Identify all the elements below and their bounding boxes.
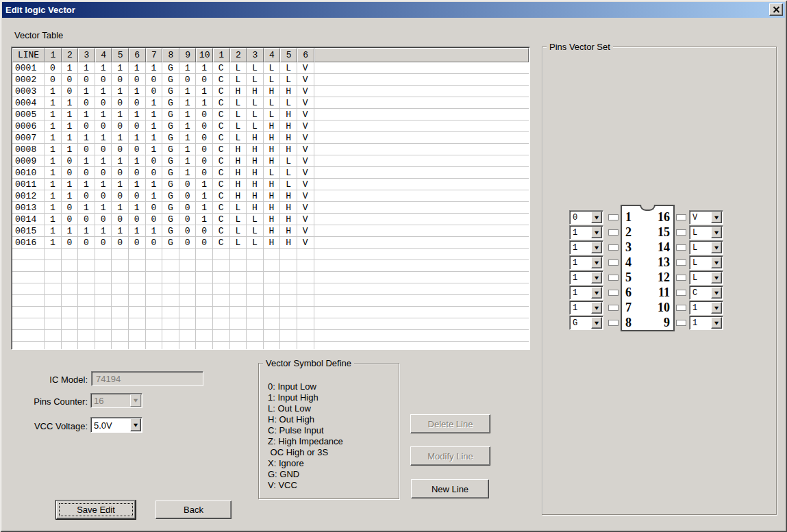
dropdown-arrow-button[interactable]: ▼ xyxy=(591,272,602,283)
dropdown-arrow-button[interactable]: ▼ xyxy=(591,212,602,223)
vector-cell xyxy=(95,342,112,350)
vector-cell: 1 xyxy=(95,179,112,190)
table-row[interactable]: 00141000000G01CLLHHV xyxy=(12,214,529,225)
vector-cell: 0 xyxy=(196,155,213,167)
row-filler xyxy=(314,318,529,330)
dropdown-arrow-button[interactable]: ▼ xyxy=(591,257,602,268)
vector-cell: H xyxy=(247,179,264,190)
pin-9-value-select[interactable]: 1▼ xyxy=(689,316,723,330)
vector-cell: L xyxy=(247,214,264,225)
close-button[interactable] xyxy=(769,3,783,16)
vector-cell: 1 xyxy=(196,190,213,202)
dropdown-arrow-button[interactable]: ▼ xyxy=(711,287,722,299)
table-row[interactable]: 00020000000G00CLLLLV xyxy=(12,74,529,86)
vector-cell xyxy=(213,295,230,307)
vector-cell: 1 xyxy=(95,62,112,74)
vector-cell: 1 xyxy=(129,202,146,214)
dropdown-arrow-button[interactable]: ▼ xyxy=(591,287,602,299)
line-number-cell xyxy=(12,307,45,318)
vector-cell xyxy=(179,272,197,283)
vector-cell: V xyxy=(297,202,314,214)
pin-2-value-select[interactable]: 1▼ xyxy=(569,225,603,240)
table-row[interactable]: 00121100001G01CHHHHV xyxy=(12,190,529,202)
table-row[interactable]: 00101000000G10CHHLLV xyxy=(12,167,529,179)
dropdown-arrow-button[interactable]: ▼ xyxy=(711,242,722,253)
vector-cell xyxy=(280,318,297,330)
table-row[interactable]: 00111111111G01CHHHLV xyxy=(12,179,529,190)
vector-cell: H xyxy=(264,155,281,167)
table-row[interactable]: 00081100001G10CHHHHV xyxy=(12,144,529,155)
table-row[interactable]: 00051111111G10CLLLHV xyxy=(12,109,529,121)
table-row[interactable]: 00010111111G11CLLLLV xyxy=(12,62,529,74)
vector-cell: 1 xyxy=(45,121,62,132)
pin-11-value-select[interactable]: C▼ xyxy=(689,286,723,300)
dropdown-arrow-button[interactable]: ▼ xyxy=(591,227,602,238)
vector-cell: 1 xyxy=(45,109,62,121)
pin-1-value-select[interactable]: 0▼ xyxy=(569,210,603,225)
vector-cell xyxy=(45,307,62,318)
pin-16-value-select[interactable]: V▼ xyxy=(689,210,723,225)
pin-10-value-select[interactable]: 1▼ xyxy=(689,301,723,315)
vector-cell: 1 xyxy=(179,109,197,121)
dropdown-arrow-button[interactable]: ▼ xyxy=(591,242,602,253)
line-number-cell xyxy=(12,260,45,272)
vector-table-label: Vector Table xyxy=(14,30,63,40)
vector-cell: 1 xyxy=(62,97,79,109)
pin-12-value-select[interactable]: L▼ xyxy=(689,270,723,285)
vector-cell: 0 xyxy=(129,214,146,225)
vector-cell xyxy=(230,249,247,260)
vector-cell: 1 xyxy=(45,190,62,202)
dropdown-arrow-button[interactable]: ▼ xyxy=(711,227,722,238)
pin-14-value-select[interactable]: L▼ xyxy=(689,240,723,255)
vector-cell xyxy=(196,283,213,295)
pin-number-11: 11 xyxy=(645,285,670,300)
table-row[interactable]: 00091011110G10CHHHLV xyxy=(12,155,529,167)
symbol-define-line: V: VCC xyxy=(268,480,343,491)
pin-8-value-select[interactable]: G▼ xyxy=(569,316,603,330)
new-line-button[interactable]: New Line xyxy=(411,479,489,498)
vector-cell xyxy=(280,272,297,283)
vector-cell: H xyxy=(264,202,281,214)
pin-4-value-select[interactable]: 1▼ xyxy=(569,255,603,270)
vector-cell: 0 xyxy=(129,144,146,155)
dropdown-arrow-button[interactable]: ▼ xyxy=(711,302,722,314)
table-row[interactable]: 00041100001G11CLLLLV xyxy=(12,97,529,109)
vector-cell: L xyxy=(247,62,264,74)
chevron-down-icon: ▼ xyxy=(595,290,599,295)
vector-cell: 1 xyxy=(112,225,129,237)
vector-cell xyxy=(62,318,79,330)
vector-cell: 1 xyxy=(112,179,129,190)
dropdown-arrow-button[interactable]: ▼ xyxy=(591,302,602,314)
vector-cell: 1 xyxy=(196,179,213,190)
table-row[interactable]: 00161000000G00CLLHHV xyxy=(12,237,529,249)
row-filler xyxy=(314,132,529,144)
table-row[interactable]: 00061100001G10CLLHHV xyxy=(12,121,529,132)
save-edit-button[interactable]: Save Edit xyxy=(56,501,136,519)
table-row[interactable]: 00131011110G01CLHHHV xyxy=(12,202,529,214)
pin-7-value-select[interactable]: 1▼ xyxy=(569,301,603,315)
pin-3-value-select[interactable]: 1▼ xyxy=(569,240,603,255)
vcc-voltage-select[interactable]: 5.0V ▼ xyxy=(90,417,142,433)
table-row[interactable]: 00031011110G11CHHHHV xyxy=(12,86,529,97)
vector-cell: 0 xyxy=(78,144,95,155)
vcc-voltage-dropdown-button[interactable]: ▼ xyxy=(130,418,141,431)
pin-15-value-select[interactable]: L▼ xyxy=(689,225,723,240)
pin-5-value-select[interactable]: 1▼ xyxy=(569,270,603,285)
vector-cell: C xyxy=(213,62,230,74)
vector-cell: 1 xyxy=(45,144,62,155)
back-button[interactable]: Back xyxy=(155,501,232,519)
row-filler xyxy=(314,86,529,97)
dropdown-arrow-button[interactable]: ▼ xyxy=(711,257,722,268)
line-number-cell xyxy=(12,342,45,350)
dropdown-arrow-button[interactable]: ▼ xyxy=(711,212,722,223)
vector-symbol-define-lines: 0: Input Low1: Input HighL: Out LowH: Ou… xyxy=(268,381,343,491)
vector-cell xyxy=(230,295,247,307)
vector-cell: H xyxy=(280,121,297,132)
dropdown-arrow-button[interactable]: ▼ xyxy=(591,317,602,329)
table-row[interactable]: 00151111111G00CLLHHV xyxy=(12,225,529,237)
table-row[interactable]: 00071111111G10CLHHHV xyxy=(12,132,529,144)
dropdown-arrow-button[interactable]: ▼ xyxy=(711,317,722,329)
pin-13-value-select[interactable]: L▼ xyxy=(689,255,723,270)
pin-6-value-select[interactable]: 1▼ xyxy=(569,286,603,300)
dropdown-arrow-button[interactable]: ▼ xyxy=(711,272,722,283)
